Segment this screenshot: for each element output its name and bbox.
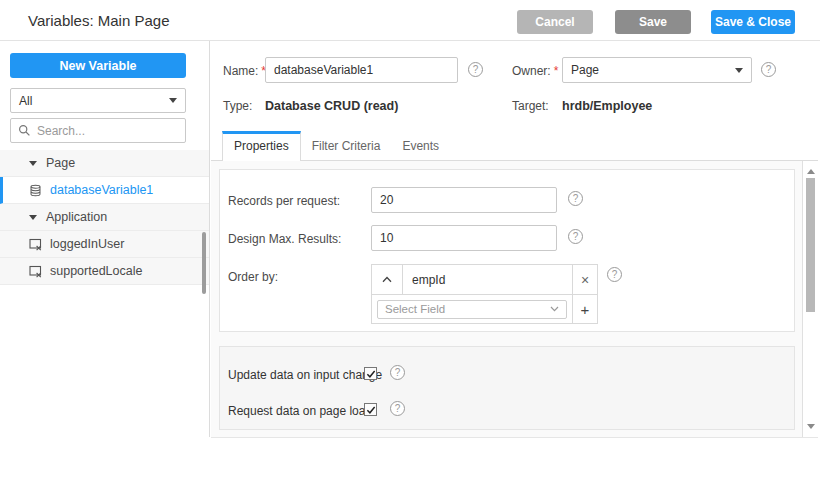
search-input[interactable] [37,124,192,138]
select-placeholder: Select Field [385,303,445,315]
order-by-widget: empId × Select Field + [371,264,598,324]
database-variable-icon [29,184,42,197]
update-on-input-change-checkbox[interactable] [364,367,377,380]
chevron-down-icon [550,306,559,312]
order-by-help-icon[interactable]: ? [607,267,622,282]
order-by-label: Order by: [228,270,278,284]
tree-item-databasevariable1[interactable]: databaseVariable1 [0,177,209,204]
order-by-field-value: empId [403,265,572,294]
tabstrip: Properties Filter Criteria Events [222,131,450,161]
request-on-page-load-label: Request data on page load [228,404,372,418]
tree-item-label: loggedInUser [50,237,124,251]
design-max-results-help-icon[interactable]: ? [568,229,583,244]
tab-filter-criteria[interactable]: Filter Criteria [301,131,392,161]
tree-group-page[interactable]: Page [0,150,209,177]
records-per-request-label: Records per request: [228,194,340,208]
owner-label: Owner:* [512,64,558,78]
order-by-field-select[interactable]: Select Field [377,300,567,319]
search-icon [18,124,31,137]
content-scrollbar-thumb[interactable] [806,178,815,312]
request-on-page-load-checkbox[interactable] [364,403,377,416]
chevron-up-icon [382,276,392,283]
variable-search-box[interactable] [10,118,186,143]
check-icon [366,369,376,379]
required-marker: * [554,64,559,78]
name-input[interactable] [265,57,458,83]
static-variable-icon [29,238,42,251]
tab-events[interactable]: Events [391,131,450,161]
variable-filter-select[interactable]: All [10,88,186,113]
scroll-down-icon[interactable] [807,424,815,429]
tree-group-application[interactable]: Application [0,204,209,231]
design-max-results-label: Design Max. Results: [228,232,341,246]
records-per-request-input[interactable] [371,187,557,213]
add-field-button[interactable]: + [572,294,597,323]
sidebar-scrollbar-thumb[interactable] [202,232,206,294]
scroll-up-icon[interactable] [807,169,815,174]
tree-item-loggedinuser[interactable]: loggedInUser [0,231,209,258]
page-title: Variables: Main Page [28,0,169,41]
cancel-button[interactable]: Cancel [517,10,593,34]
tree-group-label: Application [46,210,107,224]
sort-direction-button[interactable] [372,265,403,294]
new-variable-button[interactable]: New Variable [10,53,186,78]
target-value: hrdb/Employee [562,99,652,113]
name-label: Name:* [223,64,266,78]
chevron-down-icon [735,68,743,73]
design-max-results-input[interactable] [371,225,557,251]
static-variable-icon [29,265,42,278]
target-label: Target: [512,99,549,113]
name-help-icon[interactable]: ? [468,62,483,77]
collapse-icon [29,215,37,220]
dialog-footer [0,438,820,490]
content-scrollbar[interactable] [802,161,818,437]
variables-dialog: Variables: Main Page ? Help New Variable… [0,0,820,490]
owner-value: Page [571,63,599,77]
update-on-input-change-help-icon[interactable]: ? [390,365,405,380]
update-on-input-change-label: Update data on input change [228,368,382,382]
type-value: Database CRUD (read) [265,99,398,113]
check-icon [366,405,376,415]
tree-group-label: Page [46,156,75,170]
remove-field-button[interactable]: × [572,265,597,294]
chevron-down-icon [169,98,177,103]
owner-help-icon[interactable]: ? [761,62,776,77]
variables-tree: Page databaseVariable1 Application logge… [0,150,209,285]
tab-properties[interactable]: Properties [222,131,301,161]
collapse-icon [29,161,37,166]
tree-item-label: supportedLocale [50,264,142,278]
type-label: Type: [223,99,252,113]
tree-item-supportedlocale[interactable]: supportedLocale [0,258,209,285]
variable-filter-value: All [19,94,32,108]
tree-item-label: databaseVariable1 [50,183,153,197]
request-on-page-load-help-icon[interactable]: ? [390,401,405,416]
owner-select[interactable]: Page [562,57,752,83]
save-and-close-button[interactable]: Save & Close [711,10,795,34]
save-button[interactable]: Save [615,10,691,34]
order-by-select-cell: Select Field [372,294,572,323]
records-per-request-help-icon[interactable]: ? [568,191,583,206]
